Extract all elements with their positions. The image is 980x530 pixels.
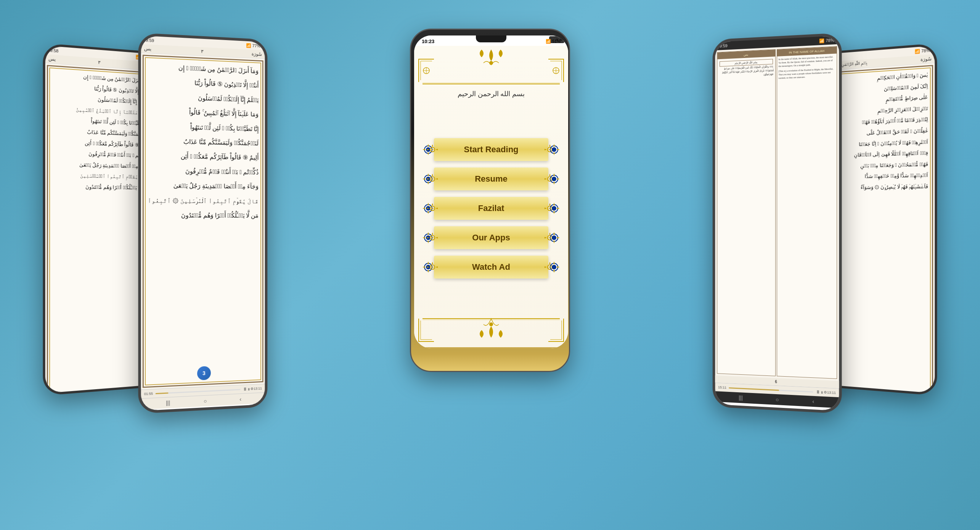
- quran-page-far-left: وَمَآ أَنزَلَ ٱلرَّحۡمَٰنُ مِن شَىۡءٍۢ ۚ…: [45, 63, 154, 393]
- nav-circle-left[interactable]: ○: [204, 398, 207, 404]
- manuscript-content-left: بِسْمِ اللّٰهِ الرَّحْمٰنِ الرَّحِيْمِ ي…: [717, 56, 775, 80]
- svg-point-8: [552, 147, 556, 152]
- nav-back-left[interactable]: ‹: [239, 396, 241, 402]
- our-apps-wrapper: Our Apps: [423, 225, 560, 250]
- surah-label-left: سُورَة: [252, 51, 262, 57]
- progress-fill-right: [729, 387, 779, 390]
- total-time-left: 13:11: [254, 386, 262, 390]
- svg-point-24: [552, 265, 556, 269]
- page-badge-left: 3: [197, 366, 211, 380]
- watch-ad-button[interactable]: Watch Ad: [434, 256, 548, 279]
- screen-center: 10:23 📶 51%: [414, 35, 568, 348]
- time-right: 9:59: [720, 43, 728, 48]
- start-reading-wrapper: Start Reading: [423, 137, 560, 162]
- battery-far-right: 📶 78%: [915, 48, 930, 54]
- quran-page-far-right: يٰسٓ ۞ وَالۡقُرۡاٰنِ الۡحَکِيۡمِ اِنَّکَ…: [826, 63, 935, 393]
- manuscript-pages: يس بِسْمِ اللّٰهِ الرَّحْمٰنِ الرَّحِيْم…: [715, 44, 839, 381]
- btn-ornament-right-4: [546, 230, 562, 245]
- bottom-ornament: [414, 317, 568, 347]
- manuscript-left: يس بِسْمِ اللّٰهِ الرَّحْمٰنِ الرَّحِيْم…: [717, 49, 775, 376]
- phone-left: 9:59 📶 77% يس ٣ سُورَة وَمَآ أَنزَلَ ٱلر…: [138, 32, 267, 413]
- svg-point-20: [552, 235, 556, 240]
- quran-inner-far-right: يٰسٓ ۞ وَالۡقُرۡاٰنِ الۡحَکِيۡمِ اِنَّکَ…: [827, 65, 933, 393]
- menu-buttons-container: Start Reading: [415, 100, 567, 317]
- progress-fill-left: [155, 392, 168, 394]
- total-time-right: 13:11: [827, 390, 836, 395]
- manuscript-para: In the name of Allah, the most gracious,…: [778, 55, 835, 68]
- bismillah-text: بسم الله الرحمن الرحيم: [446, 88, 536, 100]
- surah-name-far-left: يس: [48, 56, 56, 62]
- manuscript-text-left: يٰسٓ۟ۚ وَالْقُرْاٰنِ الْحَكِيْمِۙ اِنَّك…: [719, 65, 773, 78]
- time-left: 9:59: [146, 38, 154, 43]
- center-status-bar: 10:23 📶 51%: [414, 35, 568, 46]
- manuscript-header-text-right: IN THE NAME OF ALLAH: [789, 49, 824, 54]
- phone-right: 9:59 📶 78% يس بِسْمِ اللّٰهِ الرَّحْمٰنِ…: [713, 32, 842, 413]
- center-ornament-bg: بسم الله الرحمن الرحيم Start Reading: [414, 46, 568, 347]
- gear-right[interactable]: ⚙: [824, 390, 827, 394]
- fazilat-wrapper: Fazilat: [423, 196, 560, 221]
- arabic-text-left: وَمَآ أَنزَلَ ٱلرَّحۡمَٰنُ مِن شَىۡءٍۢ ۚ…: [144, 56, 262, 226]
- start-reading-button[interactable]: Start Reading: [434, 138, 548, 161]
- btn-ornament-right-1: [546, 142, 562, 157]
- pause-icon-left[interactable]: ⏸: [243, 386, 251, 392]
- manuscript-right: IN THE NAME OF ALLAH In the name of Alla…: [776, 46, 837, 379]
- surah-number-left: ٣: [201, 48, 203, 54]
- arabic-text-far-left: وَمَآ أَنزَلَ ٱلرَّحۡمَٰنُ مِن شَىۡءٍۢ ۚ…: [48, 66, 151, 197]
- manuscript-para2: [This is] a revelation of the Exalted in…: [778, 67, 835, 80]
- btn-ornament-right-3: [546, 201, 562, 216]
- quran-page-left: وَمَآ أَنزَلَ ٱلرَّحۡمَٰنُ مِن شَىۡءٍۢ ۚ…: [141, 53, 265, 390]
- manuscript-content-right: In the name of Allah, the most gracious,…: [777, 53, 837, 82]
- quran-inner-far-left: وَمَآ أَنزَلَ ٱلرَّحۡمَٰنُ مِن شَىۡءٍۢ ۚ…: [47, 65, 153, 393]
- progress-bar-right[interactable]: [729, 387, 813, 392]
- battery-left: 📶 77%: [246, 43, 260, 48]
- manuscript-view: يس بِسْمِ اللّٰهِ الرَّحْمٰنِ الرَّحِيْم…: [715, 44, 839, 388]
- quran-inner-left: وَمَآ أَنزَلَ ٱلرَّحۡمَٰنُ مِن شَىۡءٍۢ ۚ…: [143, 55, 263, 388]
- screen-far-right: 9:58 📶 78% بِسۡمِ اللّٰهِ الرَّحۡمٰنِ ال…: [826, 45, 935, 393]
- svg-point-12: [552, 177, 556, 181]
- center-battery: 📶 51%: [546, 39, 561, 44]
- surah-name-left: يس: [144, 46, 151, 52]
- btn-ornament-right-5: [546, 259, 562, 275]
- our-apps-button[interactable]: Our Apps: [434, 226, 548, 249]
- phone-center: 10:23 📶 51%: [410, 29, 570, 372]
- screen-left: 9:59 📶 77% يس ٣ سُورَة وَمَآ أَنزَلَ ٱلر…: [141, 35, 265, 411]
- watch-ad-wrapper: Watch Ad: [423, 255, 560, 279]
- nav-circle-right[interactable]: ○: [776, 396, 779, 402]
- nav-lines-right[interactable]: |||: [739, 395, 743, 401]
- svg-point-27: [489, 322, 493, 326]
- top-ornament: [414, 46, 568, 88]
- arabic-text-far-right: يٰسٓ ۞ وَالۡقُرۡاٰنِ الۡحَکِيۡمِ اِنَّکَ…: [828, 66, 932, 197]
- svg-point-16: [552, 206, 556, 211]
- resume-wrapper: Resume: [423, 166, 560, 191]
- nav-back-right[interactable]: ‹: [812, 398, 814, 404]
- manuscript-header-text-left: يس: [744, 53, 748, 56]
- center-time: 10:23: [422, 39, 434, 44]
- nav-lines-left[interactable]: |||: [166, 400, 170, 406]
- surah-label-far-right: سُورَة: [921, 56, 932, 62]
- bottom-ornament-svg: [415, 317, 567, 347]
- phone-shell-left: 9:59 📶 77% يس ٣ سُورَة وَمَآ أَنزَلَ ٱلر…: [138, 32, 267, 413]
- progress-time-left: 01:55: [144, 391, 153, 396]
- center-nav-bar: ||| ‹: [414, 347, 568, 348]
- phone-shell-right: 9:59 📶 78% يس بِسْمِ اللّٰهِ الرَّحْمٰنِ…: [713, 32, 842, 413]
- fazilat-button[interactable]: Fazilat: [434, 197, 548, 220]
- phone-shell-center: 10:23 📶 51%: [410, 29, 570, 372]
- battery-right: 📶 78%: [819, 37, 834, 43]
- progress-bar-left[interactable]: [155, 388, 241, 394]
- top-ornament-svg: [415, 48, 567, 86]
- screen-right: 9:59 📶 78% يس بِسْمِ اللّٰهِ الرَّحْمٰنِ…: [715, 35, 839, 411]
- surah-number-far-left: ٣: [98, 60, 100, 65]
- pause-icon-right[interactable]: ⏸: [816, 389, 824, 395]
- gear-left[interactable]: ⚙: [251, 387, 254, 390]
- time-far-left: 9:58: [50, 48, 58, 53]
- btn-ornament-right-2: [546, 171, 562, 187]
- resume-button[interactable]: Resume: [434, 168, 548, 190]
- screen-far-left: 9:58 📶 78% يس ٣ سُورَة وَمَآ أَنزَلَ ٱلر…: [45, 45, 154, 393]
- progress-time-right: 15:11: [718, 385, 726, 389]
- center-notch: [476, 35, 506, 42]
- phones-container: 9:58 📶 78% يس ٣ سُورَة وَمَآ أَنزَلَ ٱلر…: [32, 17, 948, 513]
